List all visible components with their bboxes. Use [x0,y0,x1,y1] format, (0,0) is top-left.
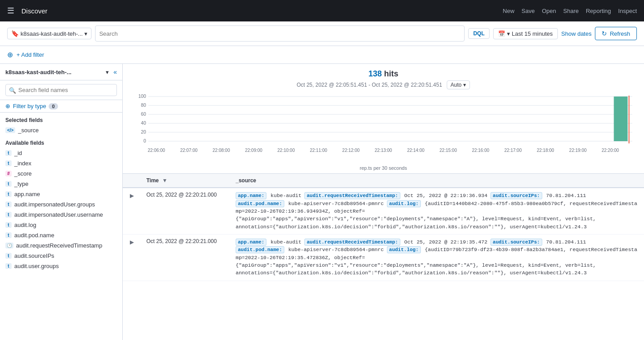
field-name: _score [14,170,32,177]
time-column-header[interactable]: Time ▼ [141,174,230,188]
audit-pod-tag[interactable]: audit.pod.name: [236,200,284,207]
field-search-input[interactable] [5,84,117,96]
show-dates-button[interactable]: Show dates [561,30,592,37]
save-search-icon: 🔖 [11,30,19,37]
field-type-clock: 🕐 [5,243,13,248]
hits-count: 138 hits [368,69,398,79]
add-filter-button[interactable]: + Add filter [17,51,44,58]
sidebar-index-selector[interactable]: Search field names k8saas-kast-audit-teh… [0,64,122,80]
field-item-audit-log[interactable]: t audit.log [0,220,122,230]
field-name: audit.impersonatedUser.groups [14,201,95,208]
audit-log-tag[interactable]: audit.log: [387,200,421,207]
field-name: audit.log [14,222,36,228]
histogram-bar-last[interactable] [614,97,627,141]
field-item-audit-pod[interactable]: t audit.pod.name [0,230,122,240]
chevron-down-sidebar [106,69,109,76]
filter-type-icon: ⊕ [5,103,10,109]
source-cell-1: app.name: kube-audit audit.requestReceiv… [230,234,644,281]
audit-sourceips-tag[interactable]: audit.sourceIPs: [490,192,542,199]
app-name-tag[interactable]: app.name: [236,192,266,199]
hits-number: 138 [368,69,382,78]
search-icon-sidebar: 🔍 [9,87,16,93]
audit-sourceips-tag-1[interactable]: audit.sourceIPs: [490,239,542,246]
audit-pod-tag-1[interactable]: audit.pod.name: [236,246,284,253]
x-label-7: 22:13:00 [374,148,392,153]
filter-type-count: 0 [49,103,58,109]
index-pattern-label: k8saas-kast-audit-teh-... [21,30,83,37]
field-item-index[interactable]: t _index [0,158,122,168]
x-label-10: 22:16:00 [472,148,489,153]
field-type-t: t [5,191,12,197]
search-bar: 🔖 k8saas-kast-audit-teh-... DQL 📅 Last 1… [0,21,644,46]
expand-row-button-0[interactable]: ▶ [128,192,136,200]
field-item-score[interactable]: # _score [0,168,122,179]
field-item-type[interactable]: t _type [0,179,122,189]
svg-text:80: 80 [141,103,146,108]
calendar-icon: 📅 [498,30,505,37]
nav-new[interactable]: New [503,8,515,14]
nav-save[interactable]: Save [522,8,535,14]
field-item-source[interactable]: </> _source [0,125,122,135]
x-label-3: 22:09:00 [245,148,262,153]
source-column-header[interactable]: _source [230,174,644,188]
hits-label: hits [384,69,399,78]
nav-reporting[interactable]: Reporting [586,8,611,14]
field-item-impersonated-groups[interactable]: t audit.impersonatedUser.groups [0,199,122,210]
chart-header: 138 hits Oct 25, 2022 @ 22:05:51.451 - O… [130,69,637,89]
svg-text:0: 0 [143,139,146,143]
main-content: 138 hits Oct 25, 2022 @ 22:05:51.451 - O… [123,64,644,340]
field-item-audit-timestamp[interactable]: 🕐 audit.requestReceivedTimestamp [0,240,122,251]
audit-timestamp-tag-1[interactable]: audit.requestReceivedTimestamp: [304,239,400,246]
x-label-0: 22:06:00 [148,148,165,153]
nav-inspect[interactable]: Inspect [618,8,637,14]
time-picker-label: Last 15 minutes [512,30,553,37]
field-item-audit-sourceips[interactable]: t audit.sourceIPs [0,251,122,261]
hamburger-menu[interactable]: ☰ [7,6,14,16]
field-item-id[interactable]: t _id [0,148,122,158]
index-pattern-selector[interactable]: 🔖 k8saas-kast-audit-teh-... [7,28,91,39]
collapse-sidebar-icon[interactable] [113,68,117,76]
filter-by-type-button[interactable]: Filter by type [13,103,46,109]
expand-row-button-1[interactable]: ▶ [128,238,136,246]
dql-button[interactable]: DQL [468,28,489,39]
field-item-appname[interactable]: t app.name [0,189,122,199]
field-type-hash: # [5,171,12,176]
available-fields-label: Available fields [0,135,122,148]
nav-share[interactable]: Share [563,8,579,14]
audit-log-tag-1[interactable]: audit.log: [387,246,421,253]
field-name: audit.sourceIPs [14,252,54,259]
filter-type-row: ⊕ Filter by type 0 [0,100,122,113]
auto-select[interactable]: Auto [447,80,470,89]
source-cell-0: app.name: kube-audit audit.requestReceiv… [230,188,644,234]
histogram-chart: 0 20 40 60 80 100 [130,92,637,150]
field-name: _id [14,150,22,156]
search-input[interactable] [99,30,461,37]
chart-area: 138 hits Oct 25, 2022 @ 22:05:51.451 - O… [123,64,644,174]
chevron-down-icon [84,30,87,37]
field-type-t: t [5,263,12,269]
main-layout: Search field names k8saas-kast-audit-teh… [0,64,644,340]
table-row: ▶ Oct 25, 2022 @ 22:20:21.000 app.name: … [123,188,644,234]
audit-timestamp-tag[interactable]: audit.requestReceivedTimestamp: [304,192,400,199]
time-range-row: Oct 25, 2022 @ 22:05:51.451 - Oct 25, 20… [297,80,470,89]
nav-open[interactable]: Open [542,8,556,14]
refresh-button[interactable]: Refresh [595,27,637,40]
time-range-label: Oct 25, 2022 @ 22:05:51.451 - Oct 25, 20… [297,82,442,88]
expand-col-header [123,174,141,188]
selected-fields-label: Selected fields [0,113,122,125]
table-row: ▶ Oct 25, 2022 @ 22:20:21.000 app.name: … [123,234,644,281]
search-input-wrap [95,25,465,42]
svg-text:60: 60 [141,112,146,117]
svg-text:100: 100 [138,94,146,99]
app-name-tag-1[interactable]: app.name: [236,239,266,246]
sidebar-index-label: k8saas-kast-audit-teh-... [5,69,103,76]
field-type-t: t [5,253,12,259]
time-cell-0: Oct 25, 2022 @ 22:20:21.000 [141,188,230,234]
time-picker[interactable]: 📅 Last 15 minutes [493,28,558,39]
refresh-icon [602,30,607,37]
field-item-audit-usergroups[interactable]: t audit.user.groups [0,261,122,271]
field-name: _index [14,160,31,167]
field-name: _type [14,180,29,187]
filter-icon[interactable]: ⊕ [7,50,13,59]
field-item-impersonated-user[interactable]: t audit.impersonatedUser.username [0,210,122,220]
